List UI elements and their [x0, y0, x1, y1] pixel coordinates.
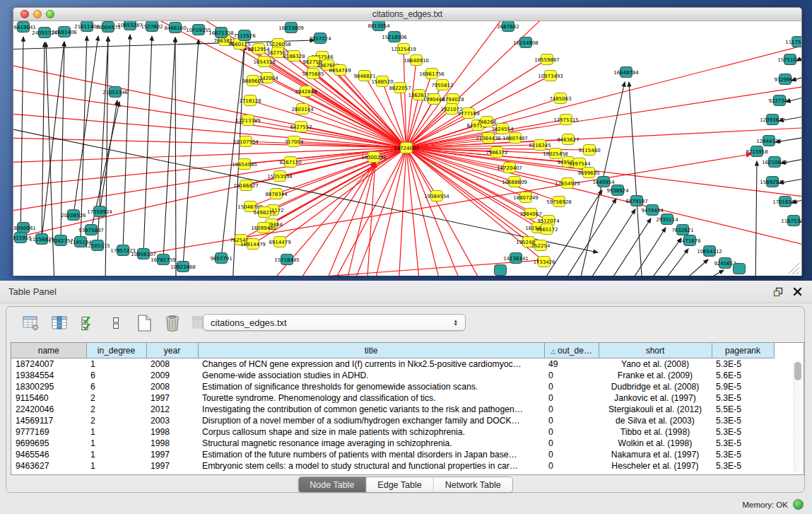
- table-cell[interactable]: 2003: [146, 415, 198, 426]
- graph-edge[interactable]: [183, 40, 199, 267]
- graph-node[interactable]: 2803144: [291, 104, 314, 115]
- graph-node[interactable]: 10923468: [170, 262, 196, 272]
- graph-node[interactable]: 9657791: [210, 253, 232, 264]
- graph-node[interactable]: 9245652: [714, 258, 736, 269]
- graph-node[interactable]: 9463627: [557, 134, 579, 145]
- table-scrollbar-thumb[interactable]: [794, 362, 801, 380]
- graph-edge[interactable]: [406, 148, 483, 276]
- table-row[interactable]: 946362711997Embryonic stem cells: a mode…: [11, 460, 774, 472]
- graph-node[interactable]: 16648784: [613, 67, 639, 78]
- graph-edge[interactable]: [755, 161, 757, 276]
- delete-trash-icon[interactable]: [163, 314, 182, 332]
- table-cell[interactable]: 9465546: [11, 449, 86, 460]
- table-cell[interactable]: 6: [86, 381, 146, 392]
- resize-grip[interactable]: [788, 263, 799, 274]
- graph-node[interactable]: 9115460: [578, 145, 600, 156]
- table-row[interactable]: 1456911722003Disruption of a novel membe…: [11, 415, 774, 426]
- table-cell[interactable]: 19384554: [11, 370, 86, 381]
- table-cell[interactable]: Embryonic stem cells: a model to study s…: [198, 460, 544, 472]
- table-cell[interactable]: Estimation of the future numbers of pati…: [198, 449, 544, 460]
- graph-edge[interactable]: [406, 148, 538, 228]
- graph-edge[interactable]: [143, 36, 152, 254]
- graph-node[interactable]: 9474444: [641, 205, 664, 216]
- graph-edge[interactable]: [695, 270, 724, 276]
- graph-edge[interactable]: [406, 148, 437, 196]
- table-cell[interactable]: 1997: [146, 392, 198, 404]
- graph-node[interactable]: 1733426: [533, 257, 555, 267]
- tab-edge-table[interactable]: Edge Table: [365, 477, 433, 492]
- graph-node[interactable]: 8813054: [367, 21, 390, 31]
- table-cell[interactable]: 2009: [146, 370, 198, 381]
- table-cell[interactable]: 5.3E-5: [712, 358, 774, 370]
- table-cell[interactable]: 18724007: [11, 358, 86, 370]
- graph-node[interactable]: 18107554: [233, 136, 259, 147]
- new-table-icon[interactable]: [135, 314, 153, 332]
- graph-node[interactable]: 18720407: [497, 163, 522, 173]
- graph-node[interactable]: 6879197: [625, 196, 647, 206]
- graph-edge[interactable]: [561, 199, 616, 276]
- graph-node[interactable]: 10973493: [538, 71, 563, 81]
- table-cell[interactable]: Genome-wide association studies in ADHD.: [198, 370, 544, 381]
- graph-node[interactable]: 8427552: [290, 122, 312, 132]
- table-cell[interactable]: 0: [544, 404, 599, 415]
- table-cell[interactable]: 2: [86, 404, 146, 415]
- graph-edge[interactable]: [406, 148, 420, 276]
- column-header-title[interactable]: title: [198, 343, 544, 358]
- graph-node[interactable]: 17654923: [555, 178, 580, 189]
- table-cell[interactable]: 5.9E-5: [712, 381, 774, 392]
- graph-edge[interactable]: [628, 228, 666, 276]
- table-row[interactable]: 977716911998Corpus callosum shape and si…: [11, 426, 774, 438]
- table-cell[interactable]: 1: [86, 438, 146, 449]
- table-cell[interactable]: Investigating the contribution of common…: [198, 404, 544, 415]
- graph-edge[interactable]: [406, 42, 801, 148]
- table-cell[interactable]: 2008: [146, 381, 198, 392]
- table-cell[interactable]: 9463627: [11, 460, 86, 472]
- table-cell[interactable]: 14569117: [11, 415, 86, 426]
- table-cell[interactable]: 5.6E-5: [712, 370, 774, 381]
- graph-node[interactable]: 12325419: [391, 44, 416, 54]
- float-panel-icon[interactable]: [773, 287, 783, 297]
- table-cell[interactable]: 18300295: [11, 381, 86, 392]
- table-row[interactable]: 969969511998Structural magnetic resonanc…: [11, 438, 774, 449]
- table-cell[interactable]: 1: [86, 449, 146, 460]
- table-cell[interactable]: 0: [544, 381, 599, 392]
- graph-node[interactable]: 20206526: [61, 210, 86, 221]
- graph-edge[interactable]: [20, 37, 23, 238]
- graph-node[interactable]: 2935114: [656, 214, 678, 225]
- table-cell[interactable]: 0: [544, 392, 599, 404]
- graph-node[interactable]: 12444134: [756, 136, 782, 146]
- graph-edge[interactable]: [406, 148, 462, 276]
- graph-edge[interactable]: [646, 238, 681, 276]
- table-cell[interactable]: 9699695: [11, 438, 86, 449]
- graph-edge[interactable]: [406, 148, 801, 247]
- graph-node[interactable]: 16210643: [762, 157, 787, 168]
- graph-edge[interactable]: [406, 148, 441, 276]
- graph-node[interactable]: 18654985: [232, 159, 257, 170]
- graph-node[interactable]: 16033809: [278, 23, 304, 33]
- table-cell[interactable]: 5.3E-5: [712, 392, 774, 404]
- network-view-window[interactable]: citations_edges.txt 18724007183002951938…: [13, 7, 802, 276]
- graph-node[interactable]: 19384554: [424, 191, 449, 201]
- table-row[interactable]: 1938455462009Genome-wide association stu…: [11, 370, 774, 381]
- table-cell[interactable]: 0: [544, 415, 599, 426]
- graph-node[interactable]: 2687682: [497, 21, 519, 32]
- table-cell[interactable]: 9115460: [11, 392, 86, 404]
- table-cell[interactable]: 5.3E-5: [712, 449, 774, 460]
- graph-node[interactable]: 17359924: [87, 206, 112, 217]
- graph-node[interactable]: 7632621: [671, 225, 693, 235]
- table-cell[interactable]: 0: [544, 438, 599, 449]
- network-canvas[interactable]: 1872400718300295193845541232541918640910…: [13, 21, 801, 276]
- graph-edge[interactable]: [13, 148, 406, 212]
- table-cell[interactable]: Changes of HCN gene expression and I(f) …: [198, 358, 544, 370]
- graph-edge[interactable]: [607, 218, 651, 276]
- table-cell[interactable]: Stergiakouli et al. (2012): [599, 404, 712, 415]
- table-cell[interactable]: Corpus callosum shape and size in male p…: [198, 426, 544, 438]
- table-settings-icon[interactable]: [22, 314, 40, 332]
- table-cell[interactable]: 0: [544, 426, 599, 438]
- minimize-window-button[interactable]: [33, 10, 42, 18]
- table-row[interactable]: 911546021997Tourette syndrome. Phenomeno…: [11, 392, 774, 404]
- graph-edge[interactable]: [678, 259, 708, 276]
- row-toggle-icon[interactable]: [107, 314, 125, 332]
- table-cell[interactable]: Yano et al. (2008): [599, 358, 712, 370]
- table-row[interactable]: 946554611997Estimation of the future num…: [11, 449, 774, 460]
